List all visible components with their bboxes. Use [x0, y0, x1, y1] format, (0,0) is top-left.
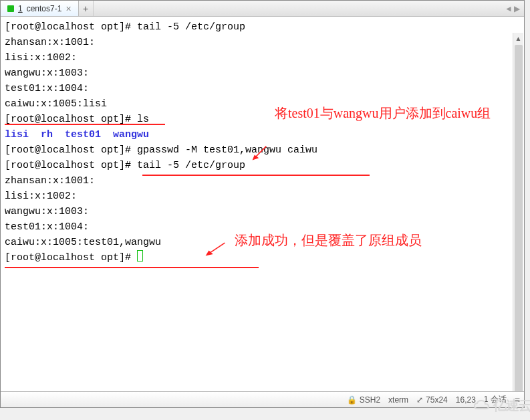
underline-annotation — [5, 124, 165, 125]
resize-icon: ⤢ — [416, 395, 423, 405]
add-tab-button[interactable]: + — [79, 1, 94, 16]
nav-right-icon[interactable]: ▶ — [514, 4, 520, 13]
tab-label: centos7-1 — [27, 4, 62, 13]
svg-marker-1 — [253, 154, 259, 160]
underline-annotation — [5, 267, 259, 268]
scrollbar[interactable]: ▲ ▼ — [513, 33, 523, 391]
output-line: zhansan:x:1001: — [5, 37, 95, 48]
tab-index: 1 — [18, 4, 23, 13]
output-line: caiwu:x:1005:lisi — [5, 98, 107, 110]
svg-line-2 — [209, 243, 225, 253]
annotation-text: 将test01与wangwu用户添加到caiwu组 — [275, 104, 502, 122]
dir-name: rh — [41, 129, 53, 140]
status-term: xterm — [388, 395, 408, 405]
tab-bar: 1 centos7-1 × + ◄ ▶ — [1, 1, 524, 17]
dir-name: wangwu — [113, 129, 149, 140]
status-dot-icon — [7, 5, 14, 12]
arrow-icon — [203, 241, 228, 257]
cursor-icon — [137, 250, 143, 261]
prompt: [root@localhost opt]# — [5, 144, 131, 156]
output-line: test01:x:1004: — [5, 83, 89, 94]
prompt: [root@localhost opt]# — [5, 160, 137, 171]
output-line: zhansan:x:1001: — [5, 175, 95, 187]
cmd: tail -5 /etc/group — [137, 21, 245, 33]
dir-name: test01 — [65, 129, 101, 140]
output-line: wangwu:x:1003: — [5, 206, 89, 217]
scrollbar-thumb[interactable] — [515, 45, 523, 391]
lock-icon: 🔒 — [347, 395, 357, 405]
close-icon[interactable]: × — [65, 3, 71, 14]
terminal-output[interactable]: [root@localhost opt]# tail -5 /etc/group… — [1, 17, 512, 391]
status-ssh: 🔒SSH2 — [347, 395, 380, 405]
terminal-area: [root@localhost opt]# tail -5 /etc/group… — [1, 17, 524, 391]
tab-active[interactable]: 1 centos7-1 × — [1, 1, 79, 16]
output-line: lisi:x:1002: — [5, 191, 77, 202]
output-line: caiwu:x:1005:test01,wangwu — [5, 237, 161, 248]
cmd: tail -5 /etc/group — [137, 160, 245, 171]
window-root: 1 centos7-1 × + ◄ ▶ [root@localhost opt]… — [0, 0, 525, 408]
cloud-icon — [472, 399, 492, 413]
prompt: [root@localhost opt]# — [5, 252, 137, 264]
nav-left-icon[interactable]: ◄ — [505, 4, 513, 13]
watermark: 亿速云 — [472, 397, 530, 415]
status-size: ⤢ 75x24 — [416, 395, 448, 405]
output-line: wangwu:x:1003: — [5, 68, 89, 79]
underline-annotation — [142, 175, 370, 176]
output-line: lisi:x:1002: — [5, 52, 77, 64]
output-line: test01:x:1004: — [5, 221, 89, 233]
prompt: [root@localhost opt]# — [5, 21, 137, 33]
cmd: gpasswd -M test01,wangwu caiwu — [131, 144, 317, 156]
dir-name: lisi — [5, 129, 29, 140]
status-bar: 🔒SSH2 xterm ⤢ 75x24 16,23 1 会话 ≡ — [1, 391, 524, 407]
tab-nav: ◄ ▶ — [501, 1, 524, 16]
scroll-up-icon[interactable]: ▲ — [513, 33, 523, 43]
annotation-text: 添加成功，但是覆盖了原组成员 — [235, 231, 489, 249]
arrow-icon — [251, 145, 267, 161]
